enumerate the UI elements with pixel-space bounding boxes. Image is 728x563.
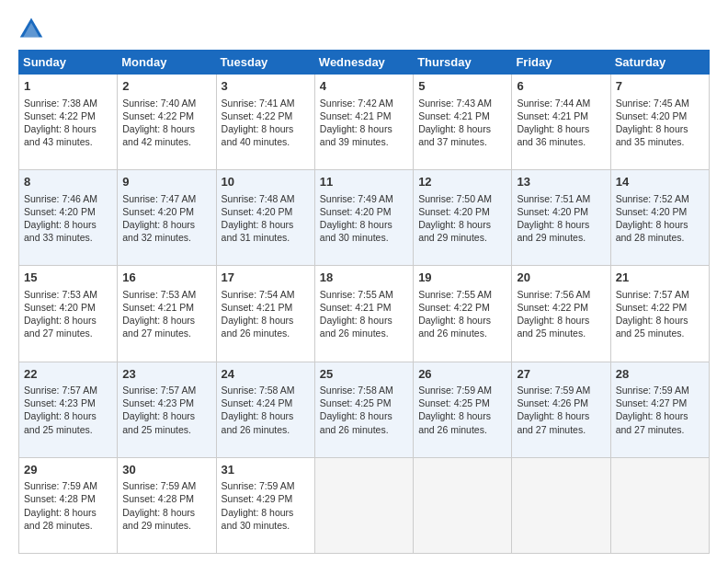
day-number: 23 [122,366,210,383]
sunset-text: Sunset: 4:22 PM [616,301,704,314]
calendar-cell: 20Sunrise: 7:56 AMSunset: 4:22 PMDayligh… [512,266,610,362]
week-row-4: 22Sunrise: 7:57 AMSunset: 4:23 PMDayligh… [19,362,710,457]
sunrise-text: Sunrise: 7:44 AM [517,97,605,109]
calendar-cell: 26Sunrise: 7:59 AMSunset: 4:25 PMDayligh… [414,362,512,457]
calendar-cell: 17Sunrise: 7:54 AMSunset: 4:21 PMDayligh… [216,266,314,362]
daylight-hours: Daylight: 8 hours and 25 minutes. [122,409,210,435]
day-number: 6 [517,78,605,95]
day-number: 9 [122,174,210,190]
sunset-text: Sunset: 4:20 PM [320,205,408,218]
weekday-header-monday: Monday [118,51,216,75]
weekday-header-friday: Friday [512,51,610,75]
weekday-header-thursday: Thursday [414,51,512,75]
day-number: 10 [222,174,310,190]
calendar-cell: 22Sunrise: 7:57 AMSunset: 4:23 PMDayligh… [19,362,118,457]
calendar-cell: 14Sunrise: 7:52 AMSunset: 4:20 PMDayligh… [610,170,709,266]
day-number: 14 [616,174,704,190]
daylight-hours: Daylight: 8 hours and 25 minutes. [517,314,605,339]
calendar-cell: 12Sunrise: 7:50 AMSunset: 4:20 PMDayligh… [414,170,512,266]
sunrise-text: Sunrise: 7:41 AM [222,97,310,109]
daylight-hours: Daylight: 8 hours and 32 minutes. [122,218,210,244]
calendar-cell [414,457,512,553]
sunset-text: Sunset: 4:22 PM [222,109,310,122]
logo [18,15,48,40]
sunrise-text: Sunrise: 7:59 AM [517,384,605,396]
sunrise-text: Sunrise: 7:59 AM [222,479,310,492]
calendar-cell: 19Sunrise: 7:55 AMSunset: 4:22 PMDayligh… [414,266,512,362]
daylight-hours: Daylight: 8 hours and 30 minutes. [320,218,408,244]
calendar-cell: 18Sunrise: 7:55 AMSunset: 4:21 PMDayligh… [314,266,413,362]
calendar-cell [512,457,610,553]
day-number: 29 [24,462,112,478]
calendar-cell: 4Sunrise: 7:42 AMSunset: 4:21 PMDaylight… [314,75,413,170]
daylight-hours: Daylight: 8 hours and 35 minutes. [616,122,704,148]
daylight-hours: Daylight: 8 hours and 31 minutes. [222,218,310,244]
sunrise-text: Sunrise: 7:40 AM [122,97,210,109]
day-number: 28 [616,366,704,383]
sunset-text: Sunset: 4:20 PM [122,205,210,218]
day-number: 21 [616,270,704,286]
day-number: 12 [418,174,506,190]
sunset-text: Sunset: 4:21 PM [320,301,408,314]
sunrise-text: Sunrise: 7:52 AM [616,192,704,205]
day-number: 11 [320,174,408,190]
day-number: 22 [24,366,112,383]
week-row-5: 29Sunrise: 7:59 AMSunset: 4:28 PMDayligh… [19,457,710,553]
calendar-cell: 21Sunrise: 7:57 AMSunset: 4:22 PMDayligh… [610,266,709,362]
daylight-hours: Daylight: 8 hours and 28 minutes. [616,218,704,244]
calendar-cell: 1Sunrise: 7:38 AMSunset: 4:22 PMDaylight… [19,75,118,170]
sunset-text: Sunset: 4:22 PM [24,109,112,122]
daylight-hours: Daylight: 8 hours and 30 minutes. [222,506,310,532]
sunset-text: Sunset: 4:20 PM [616,205,704,218]
daylight-hours: Daylight: 8 hours and 26 minutes. [418,314,506,339]
calendar-cell: 29Sunrise: 7:59 AMSunset: 4:28 PMDayligh… [19,457,118,553]
sunset-text: Sunset: 4:25 PM [320,396,408,409]
calendar-cell [610,457,709,553]
logo-icon [18,15,44,40]
day-number: 24 [222,366,310,383]
day-number: 13 [517,174,605,190]
weekday-header-saturday: Saturday [610,51,709,75]
daylight-hours: Daylight: 8 hours and 27 minutes. [122,314,210,339]
day-number: 17 [222,270,310,286]
daylight-hours: Daylight: 8 hours and 42 minutes. [122,122,210,148]
day-number: 5 [418,78,506,95]
sunrise-text: Sunrise: 7:49 AM [320,192,408,205]
sunset-text: Sunset: 4:21 PM [122,301,210,314]
calendar-cell: 30Sunrise: 7:59 AMSunset: 4:28 PMDayligh… [118,457,216,553]
calendar-cell: 27Sunrise: 7:59 AMSunset: 4:26 PMDayligh… [512,362,610,457]
sunset-text: Sunset: 4:29 PM [222,492,310,505]
calendar-cell: 24Sunrise: 7:58 AMSunset: 4:24 PMDayligh… [216,362,314,457]
weekday-header-tuesday: Tuesday [216,51,314,75]
sunset-text: Sunset: 4:21 PM [320,109,408,122]
day-number: 15 [24,270,112,286]
sunset-text: Sunset: 4:23 PM [122,396,210,409]
weekday-header-sunday: Sunday [19,51,118,75]
daylight-hours: Daylight: 8 hours and 27 minutes. [616,409,704,435]
sunrise-text: Sunrise: 7:38 AM [24,97,112,109]
daylight-hours: Daylight: 8 hours and 26 minutes. [222,314,310,339]
calendar-cell: 6Sunrise: 7:44 AMSunset: 4:21 PMDaylight… [512,75,610,170]
week-row-3: 15Sunrise: 7:53 AMSunset: 4:20 PMDayligh… [19,266,710,362]
calendar-cell: 10Sunrise: 7:48 AMSunset: 4:20 PMDayligh… [216,170,314,266]
calendar-cell: 2Sunrise: 7:40 AMSunset: 4:22 PMDaylight… [118,75,216,170]
daylight-hours: Daylight: 8 hours and 26 minutes. [320,409,408,435]
sunrise-text: Sunrise: 7:53 AM [122,288,210,301]
daylight-hours: Daylight: 8 hours and 43 minutes. [24,122,112,148]
sunset-text: Sunset: 4:20 PM [24,301,112,314]
day-number: 25 [320,366,408,383]
day-number: 19 [418,270,506,286]
sunrise-text: Sunrise: 7:50 AM [418,192,506,205]
day-number: 20 [517,270,605,286]
day-number: 2 [122,78,210,95]
sunset-text: Sunset: 4:25 PM [418,396,506,409]
sunset-text: Sunset: 4:27 PM [616,396,704,409]
sunset-text: Sunset: 4:21 PM [222,301,310,314]
sunset-text: Sunset: 4:20 PM [418,205,506,218]
header [18,15,710,40]
calendar-cell: 9Sunrise: 7:47 AMSunset: 4:20 PMDaylight… [118,170,216,266]
daylight-hours: Daylight: 8 hours and 29 minutes. [418,218,506,244]
calendar-cell: 28Sunrise: 7:59 AMSunset: 4:27 PMDayligh… [610,362,709,457]
sunrise-text: Sunrise: 7:55 AM [418,288,506,301]
daylight-hours: Daylight: 8 hours and 26 minutes. [222,409,310,435]
